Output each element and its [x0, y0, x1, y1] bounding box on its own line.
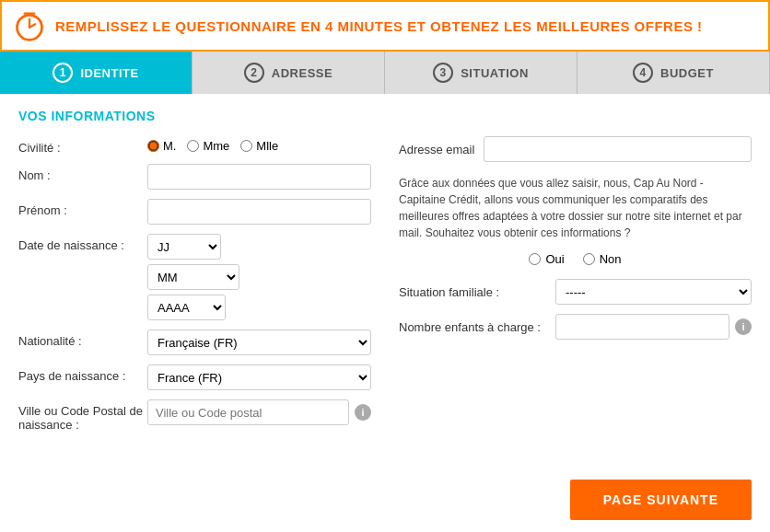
oui-non-row: Oui Non	[399, 252, 752, 266]
dob-label: Date de naissance :	[18, 234, 147, 252]
dob-row: Date de naissance : JJ MM AAAA	[18, 234, 371, 320]
civilite-row: Civilité : M. Mme Mlle	[18, 136, 371, 155]
prenom-row: Prénom :	[18, 199, 371, 225]
email-input[interactable]	[484, 136, 752, 162]
tab-budget[interactable]: 4 BUDGET	[578, 52, 770, 94]
civilite-mme-label: Mme	[203, 139, 229, 153]
civilite-mme-radio[interactable]	[187, 140, 199, 152]
prenom-field	[147, 199, 371, 225]
civilite-label: Civilité :	[18, 136, 147, 155]
dob-field: JJ MM AAAA	[147, 234, 371, 320]
nationalite-row: Nationalité : Française (FR)	[18, 330, 371, 355]
non-label: Non	[600, 252, 622, 266]
header-title: REMPLISSEZ LE QUESTIONNAIRE EN 4 MINUTES…	[55, 18, 703, 34]
ville-row: Ville ou Code Postal de naissance : i	[18, 399, 371, 432]
main-content: VOS INFORMATIONS Civilité : M. Mme	[0, 94, 770, 456]
email-label: Adresse email	[399, 143, 474, 156]
tab-num-2: 2	[244, 63, 264, 83]
ville-label: Ville ou Code Postal de naissance :	[18, 399, 147, 432]
nationalite-select[interactable]: Française (FR)	[147, 330, 371, 355]
nom-input[interactable]	[147, 164, 371, 190]
nationalite-label: Nationalité :	[18, 330, 147, 348]
dob-day-select[interactable]: JJ	[147, 234, 221, 260]
nom-row: Nom :	[18, 164, 371, 190]
form-layout: Civilité : M. Mme Mlle	[18, 136, 752, 441]
civilite-mlle[interactable]: Mlle	[240, 139, 278, 153]
form-right: Adresse email Grâce aux données que vous…	[399, 136, 752, 441]
tab-num-3: 3	[433, 63, 453, 83]
civilite-mlle-label: Mlle	[256, 139, 278, 153]
tab-identite[interactable]: 1 IDENTITE	[0, 52, 192, 94]
pays-naissance-label: Pays de naissance :	[18, 364, 147, 383]
prenom-label: Prénom :	[18, 199, 147, 217]
ville-input[interactable]	[147, 399, 349, 425]
civilite-m-label: M.	[163, 139, 176, 153]
section-title: VOS INFORMATIONS	[18, 109, 752, 123]
tab-adresse[interactable]: 2 ADRESSE	[192, 52, 385, 94]
tab-num-4: 4	[633, 63, 653, 83]
tab-label-4: BUDGET	[660, 66, 714, 80]
nom-field	[147, 164, 371, 190]
enfants-label: Nombre enfants à charge :	[399, 320, 546, 334]
situation-field: -----	[555, 279, 752, 305]
oui-option[interactable]: Oui	[529, 252, 564, 266]
email-row: Adresse email	[399, 136, 752, 162]
bottom-bar: PAGE SUIVANTE	[0, 465, 770, 532]
civilite-mme[interactable]: Mme	[187, 139, 229, 153]
civilite-field: M. Mme Mlle	[147, 136, 371, 153]
enfants-row: Nombre enfants à charge : i	[399, 314, 752, 340]
header-banner: REMPLISSEZ LE QUESTIONNAIRE EN 4 MINUTES…	[0, 0, 770, 52]
enfants-field: i	[555, 314, 752, 340]
nom-label: Nom :	[18, 164, 147, 182]
civilite-m-radio[interactable]	[147, 140, 159, 152]
enfants-info-icon[interactable]: i	[735, 318, 752, 335]
dob-year-select[interactable]: AAAA	[147, 295, 226, 320]
pays-naissance-row: Pays de naissance : France (FR)	[18, 364, 371, 390]
timer-icon	[13, 9, 46, 42]
next-button[interactable]: PAGE SUIVANTE	[570, 480, 752, 520]
pays-naissance-select[interactable]: France (FR)	[147, 364, 371, 390]
tab-label-2: ADRESSE	[272, 66, 332, 80]
progress-tabs: 1 IDENTITE 2 ADRESSE 3 SITUATION 4 BUDGE…	[0, 52, 770, 94]
ville-info-icon[interactable]: i	[355, 404, 371, 421]
tab-situation[interactable]: 3 SITUATION	[385, 52, 578, 94]
info-text: Grâce aux données que vous allez saisir,…	[399, 175, 752, 241]
non-option[interactable]: Non	[583, 252, 622, 266]
situation-select[interactable]: -----	[555, 279, 752, 305]
tab-label-1: IDENTITE	[80, 66, 138, 80]
situation-label: Situation familiale :	[399, 285, 546, 299]
nationalite-field: Française (FR)	[147, 330, 371, 355]
city-input-wrapper: i	[147, 399, 371, 425]
enfants-input[interactable]	[555, 314, 729, 340]
situation-row: Situation familiale : -----	[399, 279, 752, 305]
non-radio[interactable]	[583, 253, 595, 265]
oui-label: Oui	[545, 252, 564, 266]
oui-radio[interactable]	[529, 253, 541, 265]
prenom-input[interactable]	[147, 199, 371, 225]
dob-month-select[interactable]: MM	[147, 264, 239, 290]
ville-field: i	[147, 399, 371, 425]
tab-num-1: 1	[52, 63, 73, 83]
pays-naissance-field: France (FR)	[147, 364, 371, 390]
civilite-m[interactable]: M.	[147, 139, 176, 153]
civilite-mlle-radio[interactable]	[240, 140, 252, 152]
tab-label-3: SITUATION	[461, 66, 529, 80]
form-left: Civilité : M. Mme Mlle	[18, 136, 371, 441]
